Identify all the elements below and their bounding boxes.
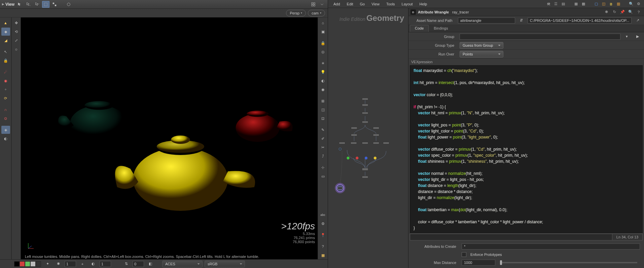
pin-icon[interactable]: 📌: [619, 9, 626, 15]
search2-icon[interactable]: 🔍: [627, 9, 634, 15]
layer-icon[interactable]: ▥: [615, 1, 622, 7]
help2-icon[interactable]: ?: [635, 9, 642, 15]
constraint-icon[interactable]: ⟳: [1, 94, 10, 102]
network-editor[interactable]: Indie Edition Geometry: [328, 8, 408, 268]
select-contained-tool[interactable]: [25, 1, 32, 8]
grid4-icon[interactable]: ▦: [573, 1, 579, 7]
magnet-icon[interactable]: ∩: [1, 106, 10, 114]
menu-edit[interactable]: Edit: [344, 1, 357, 7]
paint-icon[interactable]: ✎: [319, 126, 327, 134]
record-icon[interactable]: [65, 1, 72, 8]
fx-icon[interactable]: ✦: [43, 260, 52, 268]
bulb-icon[interactable]: 💡: [319, 68, 327, 76]
wrench-icon[interactable]: 🛠: [545, 1, 552, 7]
shadow-icon[interactable]: ◐: [319, 77, 327, 85]
stop-input[interactable]: [133, 261, 144, 267]
xray-icon[interactable]: ⊡: [319, 114, 327, 122]
view-title[interactable]: ▶ View: [2, 2, 14, 7]
pose-icon[interactable]: ☼: [12, 45, 21, 53]
gear-icon[interactable]: ❋: [603, 9, 610, 15]
primitive-icon[interactable]: ▲: [1, 19, 10, 27]
lock-icon[interactable]: 🔒: [1, 56, 10, 65]
lock-view-icon[interactable]: 🔒: [319, 39, 327, 47]
knife-icon[interactable]: ✂: [319, 143, 327, 151]
grid9-icon[interactable]: ▩: [580, 1, 587, 7]
frame-icon[interactable]: ▣: [319, 28, 327, 36]
c-plane-icon[interactable]: ▭: [319, 172, 327, 180]
grid-snap-icon[interactable]: ⊹: [319, 163, 327, 171]
sculpt-icon[interactable]: ✐: [319, 135, 327, 143]
bone-tool-icon[interactable]: ✦: [1, 85, 10, 93]
material-icon[interactable]: ◉: [319, 85, 327, 93]
list-icon[interactable]: ▤: [560, 1, 567, 7]
asset-updown-icon[interactable]: ⇵: [517, 16, 526, 25]
maxdist-slider[interactable]: [500, 262, 637, 263]
spot-icon[interactable]: ✺: [54, 260, 63, 268]
asset-path-field[interactable]: C:/PROGRA~1/SIDEEF~1/HOUDIN~1.462/houdin…: [528, 17, 632, 24]
3d-viewport[interactable]: >120fps 5.33ms 76,241 prims 76,800 point…: [21, 17, 318, 259]
brush-icon[interactable]: ◢: [1, 36, 10, 44]
view-layout-icon[interactable]: [310, 1, 317, 8]
exposure-input[interactable]: [100, 261, 111, 267]
pane-menu-icon[interactable]: [318, 1, 326, 8]
snap-icon[interactable]: ⊙: [1, 114, 10, 122]
cog-icon[interactable]: ⚙: [319, 220, 327, 228]
menu-add[interactable]: Add: [330, 1, 344, 7]
settings-icon[interactable]: ⚙: [635, 1, 642, 7]
asset-name-field[interactable]: attribwrangle: [458, 17, 515, 24]
colorspace-select[interactable]: ACES: [162, 261, 203, 267]
menu-go[interactable]: Go: [357, 1, 368, 7]
group-type-select[interactable]: Guess from Group: [460, 42, 503, 49]
lut-icon[interactable]: ◧: [146, 260, 155, 268]
light-tool-icon[interactable]: ☄: [1, 68, 10, 76]
group-field[interactable]: [460, 34, 620, 40]
text-icon[interactable]: abc: [319, 211, 327, 219]
menu-view[interactable]: View: [368, 1, 383, 7]
toggle-wireframe[interactable]: [51, 1, 58, 8]
area-select-tool[interactable]: [42, 1, 49, 8]
help-icon[interactable]: ?: [319, 242, 327, 251]
vex-code-editor[interactable]: float maxraydist = ch("maxraydist"); int…: [410, 65, 643, 233]
reload-icon[interactable]: ↻: [611, 9, 618, 15]
enforce-checkbox[interactable]: [462, 252, 466, 257]
cursor-tool[interactable]: [16, 1, 23, 8]
tab-code[interactable]: Code: [410, 25, 429, 32]
persp-menu[interactable]: Persp▾: [286, 10, 306, 16]
marker-icon[interactable]: 📍: [319, 231, 327, 239]
layout-grid-icon[interactable]: ▦: [319, 251, 327, 259]
group-dropdown-icon[interactable]: ▾: [622, 33, 631, 41]
plus-icon[interactable]: +: [78, 260, 87, 268]
scale-icon[interactable]: ⤢: [12, 36, 21, 44]
camera-tool-icon[interactable]: ◉: [1, 77, 10, 85]
attrs-field[interactable]: *: [462, 243, 640, 250]
render-icon[interactable]: ◐: [1, 135, 10, 143]
note-icon[interactable]: 🗎: [608, 1, 614, 7]
rotate-icon[interactable]: ⟲: [12, 28, 21, 36]
cage-icon[interactable]: ◫: [319, 106, 327, 114]
tab-bindings[interactable]: Bindings: [429, 25, 453, 32]
shading-swatches[interactable]: [14, 261, 41, 267]
wire-icon[interactable]: ⊞: [319, 97, 327, 105]
node-name-label[interactable]: ray_tracer: [452, 10, 469, 14]
menu-layout[interactable]: Layout: [398, 1, 416, 7]
gamma-input[interactable]: [65, 261, 76, 267]
hierarchy-icon[interactable]: ☰: [552, 1, 559, 7]
search-icon[interactable]: 🔍: [628, 1, 635, 7]
ghost-icon[interactable]: ◎: [319, 48, 327, 56]
select-icon[interactable]: ◆: [1, 28, 10, 36]
select-visible-tool[interactable]: [33, 1, 41, 8]
arrow-icon[interactable]: ↖: [1, 48, 10, 56]
maxdist-field[interactable]: 1000: [462, 260, 495, 266]
cam-menu[interactable]: cam▾: [308, 10, 325, 16]
group-select-icon[interactable]: ▶: [633, 33, 642, 41]
path-icon[interactable]: ◫: [600, 1, 607, 7]
asset-jump-icon[interactable]: ↗: [634, 16, 642, 25]
contrast-icon[interactable]: ◐: [89, 260, 98, 268]
run-over-select[interactable]: Points: [460, 51, 503, 58]
menu-help[interactable]: Help: [416, 1, 431, 7]
view-tool-icon[interactable]: ◈: [1, 126, 10, 134]
stop-adj-icon[interactable]: ⇅: [122, 260, 131, 268]
display-select[interactable]: sRGB: [205, 261, 245, 267]
menu-tools[interactable]: Tools: [383, 1, 398, 7]
sheet-icon[interactable]: ▢: [593, 1, 600, 7]
